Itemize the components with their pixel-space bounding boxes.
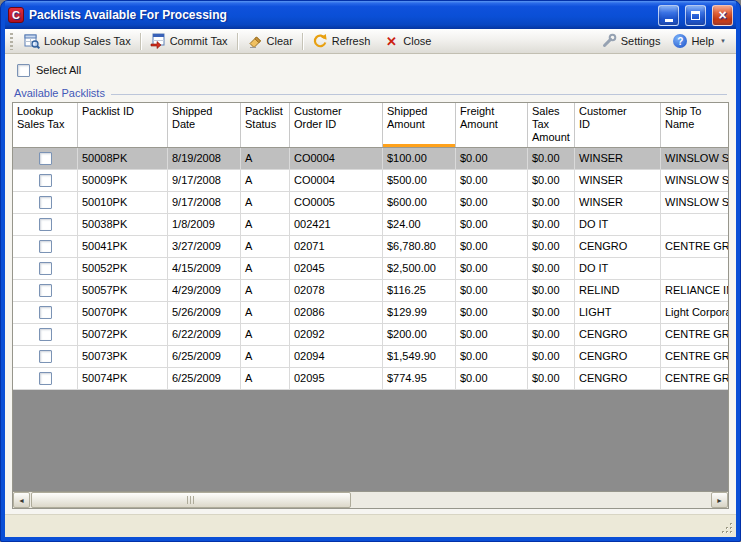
lookup-sales-tax-button[interactable]: Lookup Sales Tax — [18, 31, 137, 51]
toolbar-separator — [140, 33, 141, 50]
clear-eraser-icon — [247, 33, 263, 49]
cell-packlist-id: 50038PK — [78, 214, 168, 236]
grid-row[interactable]: 50008PK8/19/2008ACO0004$100.00$0.00$0.00… — [13, 148, 728, 170]
cell-lookup-sales-tax — [13, 192, 78, 214]
row-checkbox[interactable] — [39, 306, 52, 319]
cell-ship-to-name: Light Corporat — [661, 302, 728, 324]
grid-row[interactable]: 50052PK4/15/2009A02045$2,500.00$0.00$0.0… — [13, 258, 728, 280]
help-icon: ? — [673, 34, 687, 48]
select-all-checkbox[interactable] — [17, 64, 30, 77]
row-checkbox[interactable] — [39, 328, 52, 341]
column-header-packlist-status[interactable]: Packlist Status — [241, 103, 290, 147]
grid-row[interactable]: 50010PK9/17/2008ACO0005$600.00$0.00$0.00… — [13, 192, 728, 214]
close-button[interactable]: ✕ Close — [377, 31, 437, 51]
column-header-ship-to-name[interactable]: Ship To Name — [661, 103, 728, 147]
cell-packlist-status: A — [241, 258, 290, 280]
clear-button[interactable]: Clear — [241, 31, 299, 51]
refresh-button[interactable]: Refresh — [306, 31, 377, 51]
cell-lookup-sales-tax — [13, 346, 78, 368]
cell-customer-id: CENGRO — [575, 368, 661, 390]
scroll-left-button[interactable]: ◄ — [13, 492, 30, 508]
toolbar-grip[interactable] — [10, 33, 13, 50]
cell-customer-order-id: 02086 — [290, 302, 383, 324]
close-window-button[interactable]: × — [712, 5, 733, 26]
grid-row[interactable]: 50072PK6/22/2009A02092$200.00$0.00$0.00C… — [13, 324, 728, 346]
cell-customer-id: WINSER — [575, 192, 661, 214]
grid-row[interactable]: 50074PK6/25/2009A02095$774.95$0.00$0.00C… — [13, 368, 728, 390]
grid-row[interactable]: 50070PK5/26/2009A02086$129.99$0.00$0.00L… — [13, 302, 728, 324]
grid-row[interactable]: 50041PK3/27/2009A02071$6,780.80$0.00$0.0… — [13, 236, 728, 258]
cell-freight-amount: $0.00 — [456, 170, 528, 192]
grid-row[interactable]: 50009PK9/17/2008ACO0004$500.00$0.00$0.00… — [13, 170, 728, 192]
row-checkbox[interactable] — [39, 240, 52, 253]
cell-sales-tax-amount: $0.00 — [528, 258, 575, 280]
cell-sales-tax-amount: $0.00 — [528, 192, 575, 214]
row-checkbox[interactable] — [39, 350, 52, 363]
cell-shipped-amount: $24.00 — [383, 214, 456, 236]
column-header-shipped-amount[interactable]: Shipped Amount — [383, 103, 456, 147]
cell-packlist-status: A — [241, 236, 290, 258]
cell-customer-order-id: 02078 — [290, 280, 383, 302]
cell-customer-id: RELIND — [575, 280, 661, 302]
cell-shipped-amount: $774.95 — [383, 368, 456, 390]
column-header-packlist-id[interactable]: Packlist ID — [78, 103, 168, 147]
scrollbar-thumb[interactable] — [31, 492, 351, 508]
grid-row[interactable]: 50038PK1/8/2009A002421$24.00$0.00$0.00DO… — [13, 214, 728, 236]
cell-shipped-date: 9/17/2008 — [168, 192, 241, 214]
column-header-sales-tax-amount[interactable]: Sales Tax Amount — [528, 103, 575, 147]
cell-lookup-sales-tax — [13, 258, 78, 280]
cell-freight-amount: $0.00 — [456, 214, 528, 236]
minimize-icon — [665, 19, 673, 22]
column-header-lookup-sales-tax[interactable]: Lookup Sales Tax — [13, 103, 78, 147]
column-header-customer-order-id[interactable]: Customer Order ID — [290, 103, 383, 147]
grid-row[interactable]: 50057PK4/29/2009A02078$116.25$0.00$0.00R… — [13, 280, 728, 302]
column-header-customer-id[interactable]: Customer ID — [575, 103, 661, 147]
row-checkbox[interactable] — [39, 218, 52, 231]
cell-shipped-amount: $2,500.00 — [383, 258, 456, 280]
grid-row[interactable]: 50073PK6/25/2009A02094$1,549.90$0.00$0.0… — [13, 346, 728, 368]
toolbar: Lookup Sales Tax Commit Tax Clear — [5, 29, 736, 54]
resize-grip-icon[interactable] — [721, 522, 734, 535]
row-checkbox[interactable] — [39, 152, 52, 165]
cell-customer-id: CENGRO — [575, 324, 661, 346]
maximize-button[interactable] — [685, 5, 706, 26]
horizontal-scrollbar[interactable]: ◄ ► — [13, 491, 728, 508]
select-all-label: Select All — [36, 64, 81, 76]
toolbar-separator — [237, 33, 238, 50]
help-dropdown-arrow-icon[interactable]: ▼ — [720, 38, 726, 44]
cell-customer-order-id: 02092 — [290, 324, 383, 346]
commit-tax-button[interactable]: Commit Tax — [144, 31, 234, 51]
cell-sales-tax-amount: $0.00 — [528, 280, 575, 302]
content-panel: Select All Available Packlists Lookup Sa… — [5, 54, 736, 514]
cell-ship-to-name — [661, 258, 728, 280]
scroll-right-button[interactable]: ► — [711, 492, 728, 508]
cell-customer-order-id: 002421 — [290, 214, 383, 236]
row-checkbox[interactable] — [39, 262, 52, 275]
cell-customer-id: WINSER — [575, 148, 661, 170]
cell-freight-amount: $0.00 — [456, 236, 528, 258]
help-button[interactable]: ? Help ▼ — [667, 32, 732, 50]
cell-freight-amount: $0.00 — [456, 258, 528, 280]
settings-button[interactable]: Settings — [595, 31, 667, 51]
row-checkbox[interactable] — [39, 196, 52, 209]
cell-ship-to-name: RELIANCE IN — [661, 280, 728, 302]
cell-customer-id: DO IT — [575, 258, 661, 280]
scrollbar-track[interactable] — [352, 492, 711, 508]
refresh-icon — [312, 33, 328, 49]
cell-packlist-status: A — [241, 170, 290, 192]
column-header-freight-amount[interactable]: Freight Amount — [456, 103, 528, 147]
cell-freight-amount: $0.00 — [456, 148, 528, 170]
cell-lookup-sales-tax — [13, 214, 78, 236]
minimize-button[interactable] — [658, 5, 679, 26]
client-area: Lookup Sales Tax Commit Tax Clear — [5, 29, 736, 537]
row-checkbox[interactable] — [39, 372, 52, 385]
window-title: Packlists Available For Processing — [29, 8, 652, 22]
cell-ship-to-name: WINSLOW SI — [661, 148, 728, 170]
titlebar[interactable]: C Packlists Available For Processing × — [5, 1, 736, 29]
cell-packlist-id: 50074PK — [78, 368, 168, 390]
row-checkbox[interactable] — [39, 174, 52, 187]
column-header-shipped-date[interactable]: Shipped Date — [168, 103, 241, 147]
lookup-sales-tax-icon — [24, 33, 40, 49]
row-checkbox[interactable] — [39, 284, 52, 297]
cell-customer-id: LIGHT — [575, 302, 661, 324]
